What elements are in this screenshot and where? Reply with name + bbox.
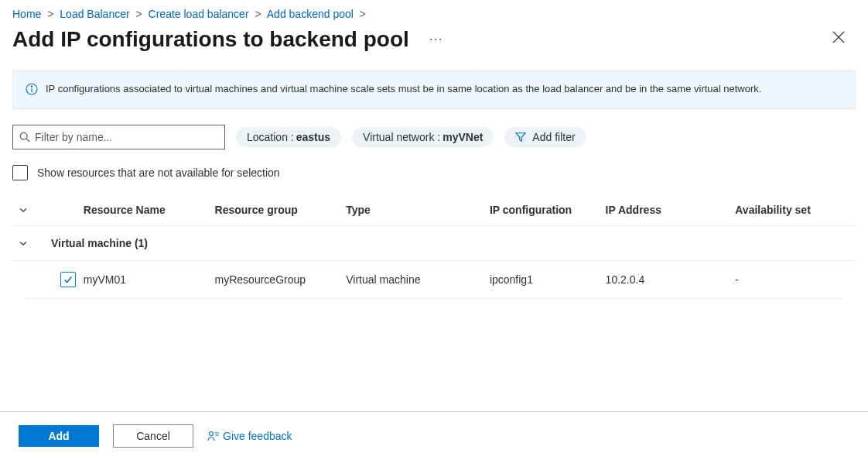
filter-pill-location[interactable]: Location : eastus <box>236 127 341 147</box>
breadcrumb-add-backend-pool[interactable]: Add backend pool <box>267 8 354 20</box>
cell-availability-set: - <box>735 273 849 286</box>
svg-marker-7 <box>516 133 525 142</box>
filter-vnet-value: myVNet <box>443 131 483 143</box>
svg-point-8 <box>210 432 214 436</box>
cell-ip-configuration: ipconfig1 <box>490 273 606 286</box>
header-resource-group[interactable]: Resource group <box>215 204 347 216</box>
give-feedback-label: Give feedback <box>223 430 292 442</box>
checkmark-icon <box>63 274 73 285</box>
resource-table: Resource Name Resource group Type IP con… <box>0 194 868 299</box>
expand-all-chevron[interactable] <box>19 205 51 215</box>
header-ip-address[interactable]: IP Address <box>606 204 736 216</box>
add-button[interactable]: Add <box>19 425 99 447</box>
header-resource-name[interactable]: Resource Name <box>84 204 215 216</box>
header-availability-set[interactable]: Availability set <box>735 204 849 216</box>
page-title: Add IP configurations to backend pool <box>12 27 409 52</box>
group-row-virtual-machine: Virtual machine (1) <box>12 225 856 260</box>
search-icon <box>19 132 30 142</box>
table-header-row: Resource Name Resource group Type IP con… <box>12 194 856 225</box>
chevron-down-icon <box>19 205 28 215</box>
add-filter-label: Add filter <box>532 131 575 143</box>
add-filter-button[interactable]: Add filter <box>504 127 586 147</box>
filter-by-name-input[interactable] <box>35 131 218 143</box>
cell-type: Virtual machine <box>346 273 490 286</box>
info-text: IP configurations associated to virtual … <box>46 82 761 96</box>
info-banner: IP configurations associated to virtual … <box>12 70 856 109</box>
show-unavailable-row: Show resources that are not available fo… <box>0 154 868 194</box>
filter-vnet-label: Virtual network : <box>363 131 440 143</box>
group-label: Virtual machine (1) <box>51 237 148 249</box>
filter-location-label: Location : <box>247 131 294 143</box>
footer-bar: Add Cancel Give feedback <box>0 411 868 460</box>
cell-resource-group: myResourceGroup <box>215 273 347 286</box>
cell-resource-name: myVM01 <box>84 273 215 286</box>
show-unavailable-label: Show resources that are not available fo… <box>37 166 280 179</box>
breadcrumb-sep: > <box>136 8 142 20</box>
breadcrumb-loadbalancer[interactable]: Load Balancer <box>60 8 129 20</box>
breadcrumb-create-lb[interactable]: Create load balancer <box>149 8 249 20</box>
breadcrumb-sep: > <box>255 8 261 20</box>
close-icon <box>832 31 845 43</box>
filter-by-name-box[interactable] <box>12 125 225 149</box>
feedback-icon <box>207 430 220 442</box>
breadcrumb: Home > Load Balancer > Create load balan… <box>0 0 868 20</box>
svg-point-5 <box>20 132 27 139</box>
table-row[interactable]: myVM01 myResourceGroup Virtual machine i… <box>12 260 856 298</box>
table-bottom-border <box>25 298 843 299</box>
info-icon <box>26 83 38 98</box>
chevron-down-icon <box>19 239 28 248</box>
filter-row: Location : eastus Virtual network : myVN… <box>0 120 868 154</box>
show-unavailable-checkbox[interactable] <box>12 165 28 180</box>
more-actions-button[interactable]: ··· <box>426 28 446 50</box>
row-checkbox[interactable] <box>60 272 76 287</box>
svg-point-4 <box>31 86 32 87</box>
filter-pill-vnet[interactable]: Virtual network : myVNet <box>352 127 494 147</box>
page-header: Add IP configurations to backend pool ··… <box>0 20 868 66</box>
header-ip-configuration[interactable]: IP configuration <box>490 204 606 216</box>
group-expand-chevron[interactable] <box>19 239 51 248</box>
breadcrumb-home[interactable]: Home <box>12 8 41 20</box>
header-type[interactable]: Type <box>346 204 490 216</box>
filter-location-value: eastus <box>296 131 330 143</box>
close-button[interactable] <box>828 26 849 52</box>
cell-ip-address: 10.2.0.4 <box>606 273 736 286</box>
cancel-button[interactable]: Cancel <box>113 424 193 448</box>
give-feedback-link[interactable]: Give feedback <box>207 430 292 442</box>
breadcrumb-sep: > <box>47 8 53 20</box>
breadcrumb-sep: > <box>360 8 366 20</box>
svg-line-6 <box>26 139 29 142</box>
filter-icon <box>515 132 526 142</box>
